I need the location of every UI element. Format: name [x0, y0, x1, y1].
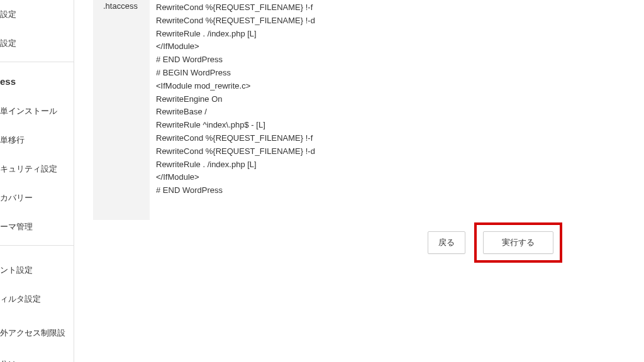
sidebar-item-install[interactable]: 単インストール	[0, 97, 74, 126]
sidebar-item-label: ーマ管理	[0, 222, 33, 231]
code-line: RewriteCond %{REQUEST_FILENAME} !-f	[156, 132, 634, 145]
code-line: RewriteRule . /index.php [L]	[156, 158, 634, 172]
code-line: RewriteBase /	[156, 106, 634, 119]
sidebar-item-label: 単インストール	[0, 106, 57, 116]
sidebar-section-header-label: ess	[0, 76, 16, 87]
sidebar-item-filter[interactable]: ィルタ設定	[0, 285, 74, 314]
sidebar-item-settings-2[interactable]: 設定	[0, 29, 74, 58]
sidebar-divider	[0, 245, 74, 246]
sidebar-item-settings-1[interactable]: 設定	[0, 0, 74, 29]
back-button[interactable]: 戻る	[428, 231, 465, 254]
sidebar-item-label: ィルタ設定	[0, 294, 41, 304]
htaccess-label-cell: .htaccess	[93, 0, 150, 220]
code-line: # END WordPress	[156, 184, 634, 197]
code-line: </IfModule>	[156, 171, 634, 184]
spacer	[0, 250, 74, 256]
button-row: 戻る 実行する	[93, 220, 644, 263]
sidebar-divider	[0, 62, 74, 62]
sidebar-item-label: 単移行	[0, 135, 25, 145]
sidebar-item-label: 外アクセス制限設	[0, 328, 65, 337]
code-line: RewriteRule ^index\.php$ - [L]	[156, 119, 634, 132]
code-line: </IfModule>	[156, 40, 634, 53]
code-line: RewriteRule . /index.php [L]	[156, 28, 634, 41]
code-line: RewriteCond %{REQUEST_FILENAME} !-d	[156, 145, 634, 158]
sidebar-item-label: カバリー	[0, 193, 33, 202]
code-line: # END WordPress	[156, 53, 634, 67]
code-line: RewriteCond %{REQUEST_FILENAME} !-f	[156, 1, 634, 14]
sidebar-item-recovery[interactable]: カバリー	[0, 184, 74, 212]
execute-button[interactable]: 実行する	[483, 231, 553, 254]
back-button-wrap: 戻る	[428, 230, 465, 254]
sidebar: 設定 設定 ess 単インストール 単移行 キュリティ設定 カバリー ーマ管理 …	[0, 0, 74, 362]
sidebar-item-label: キュリティ設定	[0, 164, 57, 173]
sidebar-item-label: ント設定	[0, 265, 33, 275]
sidebar-section-header[interactable]: ess	[0, 66, 74, 97]
sidebar-item-access[interactable]: 外アクセス制限設	[0, 319, 74, 348]
sidebar-item-migrate[interactable]: 単移行	[0, 126, 74, 155]
code-line: RewriteEngine On	[156, 93, 634, 106]
code-line: <IfModule mod_rewrite.c>	[156, 80, 634, 93]
sidebar-item-distribute[interactable]: 分け	[0, 350, 74, 362]
code-line: RewriteCond %{REQUEST_FILENAME} !-d	[156, 14, 634, 28]
sidebar-item-label: 分け	[0, 359, 16, 362]
htaccess-row: .htaccess RewriteCond %{REQUEST_FILENAME…	[93, 0, 644, 220]
sidebar-item-security[interactable]: キュリティ設定	[0, 155, 74, 184]
sidebar-item-label: 設定	[0, 38, 16, 48]
spacer	[0, 314, 74, 319]
code-line: # BEGIN WordPress	[156, 67, 634, 80]
htaccess-code: RewriteCond %{REQUEST_FILENAME} !-fRewri…	[150, 0, 644, 210]
sidebar-item-account[interactable]: ント設定	[0, 256, 74, 285]
execute-button-highlight: 実行する	[474, 222, 562, 263]
htaccess-label: .htaccess	[103, 0, 145, 11]
sidebar-item-label: 設定	[0, 9, 16, 19]
sidebar-item-theme[interactable]: ーマ管理	[0, 212, 74, 241]
main-content: .htaccess RewriteCond %{REQUEST_FILENAME…	[74, 0, 644, 362]
